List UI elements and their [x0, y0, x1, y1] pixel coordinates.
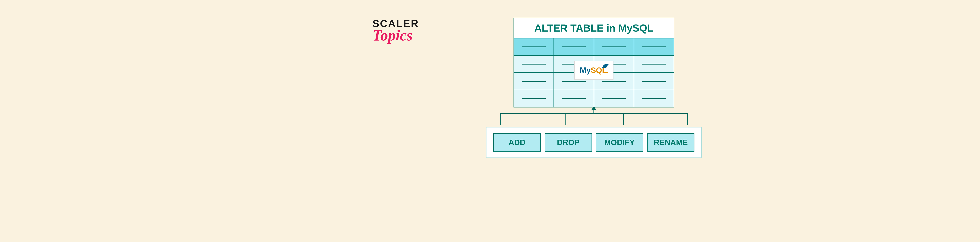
- mysql-dot: .: [607, 69, 608, 74]
- placeholder-line: [562, 46, 585, 47]
- placeholder-line: [522, 64, 546, 65]
- body-cell: [514, 56, 554, 72]
- mysql-my-text: My: [580, 66, 591, 75]
- logo-text-topics: Topics: [372, 27, 419, 44]
- operation-modify: MODIFY: [596, 133, 643, 151]
- body-cell: [634, 56, 674, 72]
- placeholder-line: [642, 64, 666, 65]
- body-cell: [514, 73, 554, 90]
- placeholder-line: [602, 81, 626, 82]
- connector-drop: [565, 113, 566, 125]
- diagram-title: ALTER TABLE in MySQL: [534, 22, 654, 34]
- header-cell: [634, 38, 674, 55]
- mysql-logo-badge: MySQL.: [574, 61, 614, 80]
- connector-drop: [687, 113, 688, 125]
- operations-container: ADD DROP MODIFY RENAME: [486, 127, 702, 158]
- operation-add: ADD: [493, 133, 541, 151]
- body-cell: [554, 90, 594, 107]
- scaler-logo: SCALER Topics: [372, 18, 419, 44]
- placeholder-line: [522, 81, 546, 82]
- table-header-row: [514, 38, 674, 55]
- body-cell: [634, 73, 674, 90]
- placeholder-line: [522, 98, 546, 99]
- body-cell: [594, 90, 634, 107]
- table-illustration: MySQL.: [514, 38, 674, 107]
- placeholder-line: [642, 98, 666, 99]
- header-cell: [554, 38, 594, 55]
- connector-lines: [486, 107, 702, 127]
- placeholder-line: [602, 46, 626, 47]
- operation-drop: DROP: [545, 133, 592, 151]
- table-row: [514, 90, 674, 107]
- placeholder-line: [562, 98, 585, 99]
- placeholder-line: [642, 81, 666, 82]
- placeholder-line: [562, 81, 585, 82]
- placeholder-line: [602, 98, 626, 99]
- placeholder-line: [522, 46, 546, 47]
- diagram-title-box: ALTER TABLE in MySQL: [514, 18, 674, 38]
- operation-rename: RENAME: [647, 133, 695, 151]
- connector-drop: [500, 113, 501, 125]
- body-cell: [634, 90, 674, 107]
- alter-table-diagram: ALTER TABLE in MySQL: [476, 18, 711, 158]
- connector-drop: [623, 113, 624, 125]
- connector-stem: [593, 107, 594, 113]
- header-cell: [594, 38, 634, 55]
- dolphin-icon: [601, 62, 609, 69]
- body-cell: [514, 90, 554, 107]
- header-cell: [514, 38, 554, 55]
- placeholder-line: [642, 46, 666, 47]
- connector-horizontal: [500, 113, 688, 114]
